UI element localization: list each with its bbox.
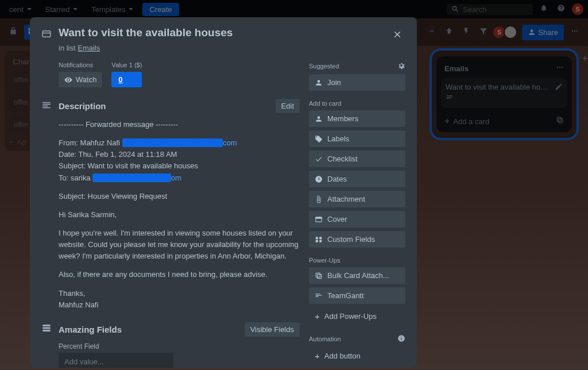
svg-rect-12: [42, 330, 51, 332]
svg-rect-20: [318, 274, 322, 278]
automation-label: Automation: [309, 334, 405, 344]
power-ups-label: Power-Ups: [309, 257, 405, 264]
visible-fields-button[interactable]: Visible Fields: [245, 322, 300, 337]
attachment-button[interactable]: Attachment: [309, 191, 405, 207]
checklist-button[interactable]: Checklist: [309, 151, 405, 167]
bulk-card-button[interactable]: Bulk Card Attach...: [309, 267, 405, 284]
fields-icon: [41, 323, 52, 336]
svg-rect-18: [319, 240, 322, 242]
percent-field-input[interactable]: [59, 353, 173, 368]
join-button[interactable]: Join: [309, 74, 405, 91]
svg-rect-17: [316, 240, 318, 242]
dates-button[interactable]: Dates: [309, 171, 405, 187]
card-title[interactable]: Want to visit the available houses: [59, 26, 233, 39]
suggested-label: Suggested: [309, 61, 405, 71]
in-list-text: in list Emails: [59, 44, 405, 52]
value-label: Value 1 ($): [111, 61, 142, 68]
description-title: Description: [59, 101, 269, 111]
cover-button[interactable]: Cover: [309, 211, 405, 228]
add-powerups-button[interactable]: +Add Power-Ups: [309, 307, 405, 325]
members-button[interactable]: Members: [309, 110, 405, 127]
svg-rect-11: [42, 327, 51, 329]
svg-rect-15: [316, 237, 318, 239]
add-to-card-label: Add to card: [309, 100, 405, 107]
description-body[interactable]: ---------- Forwarded message --------- F…: [59, 119, 300, 311]
notifications-label: Notifications: [59, 61, 102, 68]
labels-button[interactable]: Labels: [309, 130, 405, 147]
description-icon: [41, 100, 52, 113]
list-link[interactable]: Emails: [78, 44, 100, 52]
watch-button[interactable]: Watch: [59, 72, 102, 87]
close-button[interactable]: [389, 26, 405, 43]
svg-rect-8: [42, 31, 51, 37]
gear-icon[interactable]: [397, 61, 405, 71]
svg-rect-10: [42, 325, 51, 326]
amazing-fields-title: Amazing Fields: [59, 325, 238, 334]
svg-rect-19: [316, 273, 320, 277]
percent-field-label: Percent Field: [59, 342, 300, 350]
svg-rect-16: [319, 237, 322, 239]
value-chip[interactable]: 0: [111, 72, 142, 87]
svg-rect-14: [316, 217, 322, 218]
add-button-button[interactable]: +Add button: [309, 347, 405, 365]
teamgantt-button[interactable]: TeamGantt: [309, 287, 405, 304]
custom-fields-button[interactable]: Custom Fields: [309, 231, 405, 248]
card-icon: [41, 29, 52, 41]
edit-button[interactable]: Edit: [276, 99, 300, 113]
card-modal: Want to visit the available houses in li…: [30, 17, 417, 368]
info-icon[interactable]: [397, 334, 405, 344]
